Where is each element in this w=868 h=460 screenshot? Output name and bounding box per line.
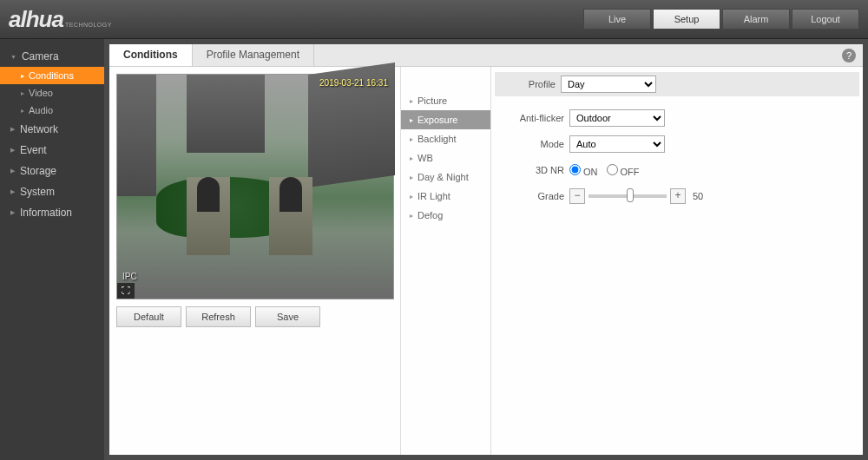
category-list: Picture Exposure Backlight WB Day & Nigh… (400, 67, 491, 455)
profile-select[interactable]: Day (561, 76, 656, 93)
tab-conditions[interactable]: Conditions (109, 44, 193, 66)
sidebar-item-event[interactable]: Event (0, 140, 104, 161)
grade-value: 50 (693, 191, 703, 201)
tabs: Conditions Profile Management (109, 44, 863, 67)
logo: alhua TECHNOLOGY (9, 6, 112, 33)
alarm-button[interactable]: Alarm (722, 9, 790, 30)
grade-label: Grade (503, 191, 564, 201)
sidebar-item-audio[interactable]: Audio (0, 102, 104, 119)
settings-form: Profile Day Anti-flicker Outdoor Mode Au… (491, 67, 863, 455)
3dnr-off-option[interactable]: OFF (607, 164, 640, 177)
preview-label: IPC (122, 272, 137, 281)
3dnr-off-radio[interactable] (607, 164, 618, 175)
logout-button[interactable]: Logout (792, 9, 859, 30)
sidebar-item-camera[interactable]: Camera (0, 46, 104, 67)
sidebar-item-storage[interactable]: Storage (0, 161, 104, 181)
logo-text: alhua (9, 6, 63, 33)
top-nav: Live Setup Alarm Logout (583, 9, 859, 30)
cat-wb[interactable]: WB (401, 148, 490, 168)
cat-ir-light[interactable]: IR Light (401, 187, 490, 206)
grade-slider[interactable] (589, 194, 667, 198)
sidebar-item-video[interactable]: Video (0, 84, 104, 102)
grade-decrement-button[interactable]: − (569, 188, 585, 204)
sidebar-item-conditions[interactable]: Conditions (0, 67, 104, 84)
cat-day-night[interactable]: Day & Night (401, 168, 490, 187)
cat-exposure[interactable]: Exposure (401, 110, 490, 129)
grade-slider-thumb[interactable] (627, 188, 634, 202)
sidebar-item-system[interactable]: System (0, 181, 104, 202)
3dnr-on-option[interactable]: ON (569, 164, 598, 177)
tab-profile-management[interactable]: Profile Management (193, 44, 314, 66)
3dnr-label: 3D NR (503, 165, 564, 175)
3dnr-on-radio[interactable] (569, 164, 581, 175)
fullscreen-icon[interactable]: ⛶ (117, 283, 135, 299)
help-icon[interactable]: ? (842, 49, 856, 62)
setup-button[interactable]: Setup (653, 9, 720, 30)
camera-preview: 2019-03-21 16:31 IPC ⛶ (116, 74, 394, 299)
mode-label: Mode (503, 139, 564, 149)
cat-backlight[interactable]: Backlight (401, 129, 490, 148)
cat-defog[interactable]: Defog (401, 206, 490, 225)
live-button[interactable]: Live (583, 9, 651, 30)
mode-select[interactable]: Auto (569, 135, 665, 153)
antiflicker-select[interactable]: Outdoor (569, 109, 665, 127)
sidebar: Camera Conditions Video Audio Network Ev… (0, 39, 104, 460)
preview-timestamp: 2019-03-21 16:31 (319, 78, 388, 88)
refresh-button[interactable]: Refresh (186, 306, 251, 327)
sidebar-item-information[interactable]: Information (0, 202, 104, 223)
cat-picture[interactable]: Picture (401, 91, 490, 110)
logo-subtext: TECHNOLOGY (65, 22, 112, 28)
antiflicker-label: Anti-flicker (503, 113, 564, 123)
profile-label: Profile (495, 79, 556, 89)
sidebar-item-network[interactable]: Network (0, 119, 104, 140)
default-button[interactable]: Default (116, 306, 181, 327)
grade-increment-button[interactable]: + (670, 188, 686, 204)
save-button[interactable]: Save (255, 306, 320, 327)
